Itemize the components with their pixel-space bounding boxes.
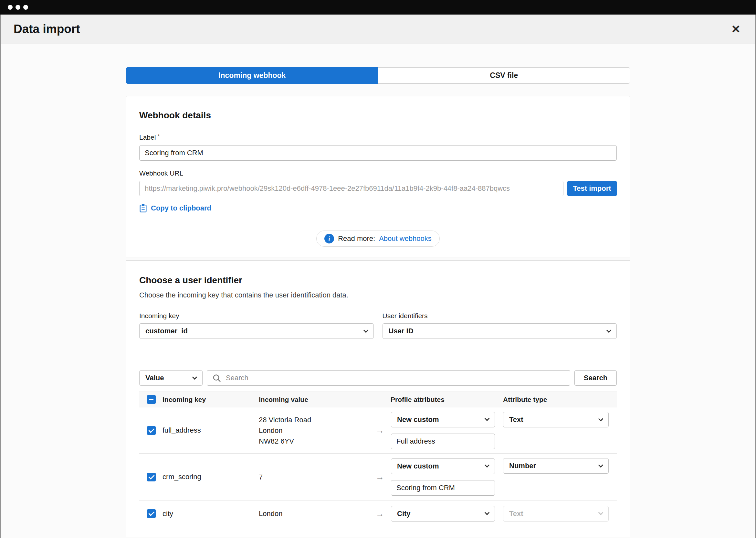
chevron-down-icon bbox=[598, 510, 603, 515]
attribute-type-select: Text bbox=[503, 506, 609, 521]
user-identifier-heading: Choose a user identifier bbox=[139, 275, 617, 286]
modal-body: Incoming webhook CSV file Webhook detail… bbox=[1, 44, 755, 537]
chevron-down-icon bbox=[485, 510, 490, 515]
read-more-text: Read more: bbox=[338, 235, 375, 243]
select-all-checkbox[interactable] bbox=[147, 395, 156, 404]
incoming-value-cell: London bbox=[259, 508, 380, 519]
tab-incoming-webhook[interactable]: Incoming webhook bbox=[126, 67, 378, 84]
profile-attribute-select[interactable]: New custom bbox=[391, 458, 495, 474]
row-checkbox[interactable] bbox=[147, 509, 156, 518]
custom-attribute-name-input[interactable] bbox=[391, 434, 495, 449]
import-type-tabs: Incoming webhook CSV file bbox=[126, 67, 630, 84]
window-control-dot[interactable] bbox=[16, 5, 20, 10]
label-input[interactable] bbox=[139, 145, 617, 161]
chevron-down-icon bbox=[598, 416, 603, 421]
row-checkbox[interactable] bbox=[147, 473, 156, 481]
arrow-icon: → bbox=[376, 509, 384, 518]
column-header: Incoming key bbox=[163, 396, 259, 404]
copy-to-clipboard-link[interactable]: Copy to clipboard bbox=[139, 203, 617, 213]
required-mark: * bbox=[157, 133, 160, 140]
incoming-key-select[interactable]: customer_id bbox=[139, 323, 374, 339]
arrow-icon: → bbox=[376, 425, 384, 435]
table-row: city London → City Text bbox=[139, 501, 617, 527]
clipboard-icon bbox=[139, 204, 147, 213]
info-icon: i bbox=[324, 234, 334, 243]
window-control-dot[interactable] bbox=[8, 5, 13, 10]
tab-csv-file[interactable]: CSV file bbox=[378, 67, 630, 84]
column-header: Profile attributes bbox=[380, 392, 499, 407]
user-identifier-description: Choose the incoming key that contains th… bbox=[139, 290, 617, 300]
attribute-type-select[interactable]: Number bbox=[503, 458, 609, 474]
chevron-down-icon bbox=[363, 328, 368, 333]
chevron-down-icon bbox=[606, 328, 612, 333]
search-button[interactable]: Search bbox=[574, 370, 617, 386]
webhook-url-label: Webhook URL bbox=[139, 169, 617, 178]
user-identifiers-label: User identifiers bbox=[383, 312, 617, 320]
table-header: Incoming key Incoming value Profile attr… bbox=[139, 392, 617, 407]
incoming-value-cell: 7 bbox=[259, 472, 380, 482]
incoming-key-cell: full_address bbox=[163, 426, 259, 435]
incoming-key-cell: city bbox=[163, 510, 259, 518]
custom-attribute-name-input[interactable] bbox=[391, 480, 495, 496]
table-row: full_address 28 Victoria Road London NW8… bbox=[139, 407, 617, 454]
incoming-key-label: Incoming key bbox=[139, 312, 374, 320]
close-icon[interactable]: ✕ bbox=[730, 23, 743, 35]
label-field-label: Label* bbox=[139, 133, 617, 142]
profile-attribute-select[interactable]: City bbox=[391, 506, 495, 521]
table-row: crm_scoring 7 → New custom bbox=[139, 454, 617, 501]
chevron-down-icon bbox=[598, 462, 603, 467]
webhook-url-input[interactable] bbox=[139, 181, 563, 196]
column-header: Incoming value bbox=[259, 394, 380, 405]
search-input[interactable] bbox=[207, 370, 570, 386]
section-divider bbox=[139, 352, 617, 352]
webhook-details-card: Webhook details Label* Webhook URL Test … bbox=[126, 96, 630, 257]
column-header: Attribute type bbox=[499, 392, 617, 407]
profile-attribute-select[interactable]: New custom bbox=[391, 412, 495, 427]
read-more-pill: i Read more: About webhooks bbox=[316, 231, 440, 247]
chevron-down-icon bbox=[485, 463, 490, 468]
chevron-down-icon bbox=[192, 374, 197, 380]
chevron-down-icon bbox=[485, 416, 490, 421]
window-controls-bar bbox=[0, 0, 756, 15]
page-title: Data import bbox=[14, 22, 80, 36]
search-filter-select[interactable]: Value bbox=[139, 370, 203, 386]
user-identifiers-select[interactable]: User ID bbox=[383, 323, 617, 339]
incoming-key-cell: crm_scoring bbox=[163, 473, 259, 481]
incoming-value-cell: 28 Victoria Road London NW82 6YV bbox=[259, 414, 380, 447]
window-control-dot[interactable] bbox=[23, 5, 28, 10]
user-identifier-card: Choose a user identifier Choose the inco… bbox=[126, 260, 630, 537]
about-webhooks-link[interactable]: About webhooks bbox=[379, 235, 432, 243]
mapping-table: Incoming key Incoming value Profile attr… bbox=[139, 392, 617, 537]
webhook-details-heading: Webhook details bbox=[139, 110, 617, 121]
copy-link-label: Copy to clipboard bbox=[151, 204, 211, 212]
data-import-modal: Data import ✕ Incoming webhook CSV file … bbox=[0, 15, 756, 538]
test-import-button[interactable]: Test import bbox=[567, 181, 617, 196]
table-row: country United Kingdom → Country bbox=[139, 527, 617, 537]
attribute-type-select[interactable]: Text bbox=[503, 412, 609, 427]
modal-header: Data import ✕ bbox=[1, 15, 755, 44]
arrow-icon: → bbox=[376, 472, 384, 482]
row-checkbox[interactable] bbox=[147, 426, 156, 435]
search-icon bbox=[212, 374, 221, 383]
